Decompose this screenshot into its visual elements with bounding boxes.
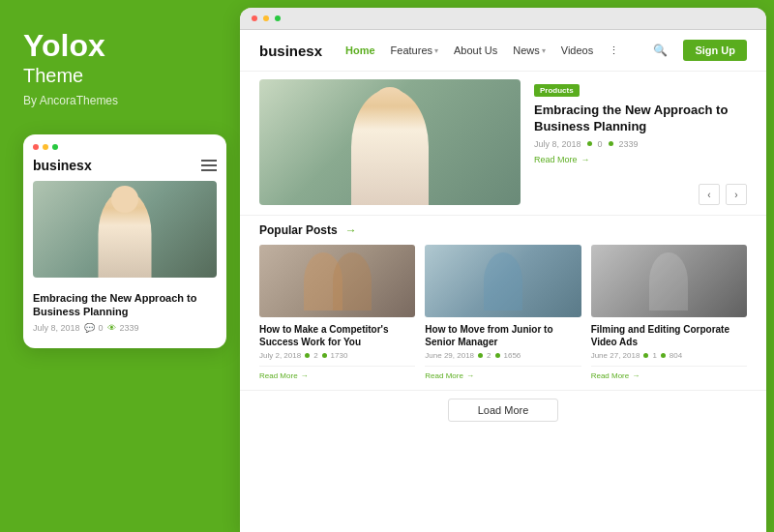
views-icon: 👁 [107, 323, 116, 333]
comment-dot-2 [478, 353, 483, 358]
dot-green-browser [52, 144, 58, 150]
hero-section: Products Embracing the New Approach to B… [240, 79, 766, 215]
nav-home[interactable]: Home [345, 44, 375, 56]
hamburger-icon[interactable] [201, 160, 217, 171]
site-nav: businesx Home Features ▾ About Us News ▾… [240, 30, 766, 72]
hero-image [259, 79, 521, 205]
chevron-down-icon: ▾ [434, 46, 438, 55]
post-read-more-2[interactable]: Read More → [425, 366, 580, 380]
arrow-icon-2: → [466, 371, 474, 380]
comment-icon: 💬 [84, 323, 95, 333]
popular-section: Popular Posts → How to Make a Competitor… [240, 215, 766, 390]
post-card-3: Filming and Editing Corporate Video Ads … [591, 245, 747, 380]
arrow-icon-1: → [301, 371, 309, 380]
post-image-2 [425, 245, 580, 317]
hero-person [351, 89, 429, 205]
left-panel: Yolox Theme By AncoraThemes businesx Emb… [0, 0, 240, 532]
browser-bar [240, 8, 766, 30]
post-people-3 [591, 245, 747, 317]
post-people-1 [259, 245, 415, 317]
dot-yellow [43, 144, 48, 150]
post-image-3 [591, 245, 747, 317]
mobile-hero-image [33, 181, 217, 278]
browser-mockup: businesx Home Features ▾ About Us News ▾… [240, 8, 766, 532]
comment-dot [587, 141, 592, 146]
search-icon[interactable]: 🔍 [653, 44, 668, 57]
hero-navigation: ‹ › [534, 184, 747, 205]
load-more-button[interactable]: Load More [448, 399, 559, 422]
browser-dot-green [275, 15, 281, 21]
browser-dot-yellow [263, 15, 269, 21]
post-meta-2: June 29, 2018 2 1656 [425, 351, 580, 360]
posts-grid: How to Make a Competitor's Success Work … [259, 245, 747, 380]
comment-dot-1 [305, 353, 310, 358]
post-read-more-1[interactable]: Read More → [259, 366, 415, 380]
browser-dot-red [252, 15, 257, 21]
dot-red [33, 144, 39, 150]
mobile-top-bar [33, 144, 217, 150]
brand-name: Yolox Theme By AncoraThemes [23, 29, 217, 134]
post-people-2 [425, 245, 580, 317]
prev-button[interactable]: ‹ [699, 184, 720, 205]
nav-about[interactable]: About Us [454, 44, 497, 56]
nav-news[interactable]: News ▾ [513, 44, 546, 56]
nav-more[interactable]: ⋮ [609, 44, 619, 57]
popular-header: Popular Posts → [259, 223, 747, 237]
chevron-down-icon-news: ▾ [542, 46, 546, 55]
mobile-card-meta: July 8, 2018 💬 0 👁 2339 [33, 323, 217, 333]
arrow-right-icon: → [581, 155, 590, 164]
views-dot [609, 141, 613, 146]
nav-videos[interactable]: Videos [561, 44, 593, 56]
next-button[interactable]: › [726, 184, 747, 205]
mobile-mockup: businesx Embracing the New Approach to B… [23, 134, 226, 348]
hero-content: Products Embracing the New Approach to B… [534, 79, 747, 205]
post-meta-1: July 2, 2018 2 1730 [259, 351, 415, 360]
views-dot-1 [322, 353, 327, 358]
signup-button[interactable]: Sign Up [683, 40, 747, 61]
hero-date: July 8, 2018 0 2339 [534, 139, 747, 149]
mobile-nav: businesx [33, 158, 217, 173]
arrow-icon-3: → [632, 371, 640, 380]
post-read-more-3[interactable]: Read More → [591, 366, 747, 380]
mobile-logo: businesx [33, 158, 92, 173]
post-meta-3: June 27, 2018 1 804 [591, 351, 747, 360]
post-image-1 [259, 245, 415, 317]
views-dot-3 [661, 353, 666, 358]
hero-read-more[interactable]: Read More → [534, 155, 747, 164]
post-card-1: How to Make a Competitor's Success Work … [259, 245, 415, 380]
arrow-icon: → [345, 223, 357, 237]
browser-content: businesx Home Features ▾ About Us News ▾… [240, 30, 766, 532]
load-more-bar: Load More [240, 390, 766, 429]
comment-dot-3 [643, 353, 648, 358]
nav-features[interactable]: Features ▾ [391, 44, 438, 56]
views-dot-2 [495, 353, 500, 358]
site-logo: businesx [259, 43, 322, 59]
mobile-card: Embracing the New Approach to Business P… [33, 285, 217, 339]
post-card-2: How to Move from Junior to Senior Manage… [425, 245, 580, 380]
